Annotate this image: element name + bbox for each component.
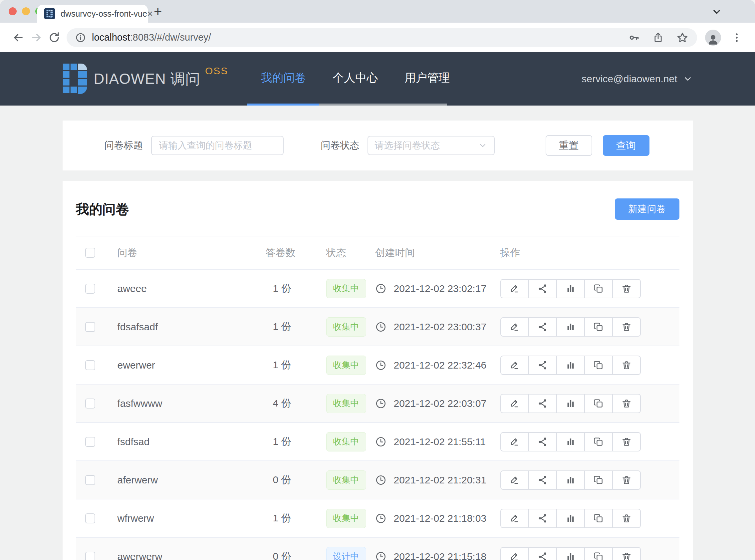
share-icon — [537, 475, 548, 485]
row-actions — [500, 279, 641, 298]
password-key-icon[interactable] — [629, 32, 640, 43]
row-checkbox[interactable] — [85, 399, 95, 408]
row-actions — [500, 356, 641, 375]
tab-search-chevron-icon[interactable] — [710, 5, 723, 18]
chevron-down-icon — [478, 141, 487, 150]
stats-button[interactable] — [556, 317, 585, 337]
nav-item-profile[interactable]: 个人中心 — [319, 52, 391, 105]
survey-status-select[interactable]: 请选择问卷状态 — [368, 136, 495, 155]
status-badge: 收集中 — [326, 509, 366, 528]
delete-button[interactable] — [612, 432, 641, 452]
forward-icon[interactable] — [27, 28, 45, 47]
edit-button[interactable] — [500, 471, 529, 490]
share-button[interactable] — [528, 509, 557, 528]
row-checkbox[interactable] — [85, 552, 95, 560]
stats-button[interactable] — [556, 509, 585, 528]
tab-close-icon[interactable]: × — [147, 9, 153, 19]
url-bar[interactable]: localhost:8083/#/dw/survey/ — [66, 28, 697, 47]
back-icon[interactable] — [9, 28, 27, 47]
share-button[interactable] — [528, 394, 557, 413]
row-checkbox[interactable] — [85, 475, 95, 485]
edit-button[interactable] — [500, 509, 529, 528]
share-button[interactable] — [528, 471, 557, 490]
edit-button[interactable] — [500, 394, 529, 413]
edit-button[interactable] — [500, 279, 529, 298]
edit-button[interactable] — [500, 547, 529, 560]
copy-button[interactable] — [584, 317, 613, 337]
copy-icon — [593, 513, 604, 524]
page-title: 我的问卷 — [76, 200, 129, 218]
answer-count: 1 份 — [266, 435, 322, 448]
search-button[interactable]: 查询 — [603, 135, 650, 156]
nav-item-user-management[interactable]: 用户管理 — [391, 52, 463, 105]
close-window-button[interactable] — [9, 7, 17, 15]
row-checkbox[interactable] — [85, 437, 95, 447]
brand-logo[interactable]: DIAOWEN 调问 OSS — [63, 52, 228, 105]
survey-title-input[interactable] — [151, 136, 284, 155]
chevron-down-icon — [683, 74, 693, 84]
nav-item-my-surveys[interactable]: 我的问卷 — [247, 52, 319, 105]
row-checkbox[interactable] — [85, 513, 95, 523]
row-actions — [500, 471, 641, 490]
share-page-icon[interactable] — [652, 32, 664, 43]
edit-button[interactable] — [500, 432, 529, 452]
reload-icon[interactable] — [45, 28, 63, 47]
copy-button[interactable] — [584, 356, 613, 375]
new-survey-button[interactable]: 新建问卷 — [615, 198, 679, 220]
browser-profile-avatar[interactable] — [705, 29, 721, 46]
brand-oss-badge: OSS — [205, 65, 228, 77]
delete-icon — [621, 475, 632, 485]
copy-button[interactable] — [584, 471, 613, 490]
row-checkbox[interactable] — [85, 322, 95, 332]
row-checkbox[interactable] — [85, 360, 95, 370]
browser-tab[interactable]: dwsurvey-oss-front-vue × — [37, 5, 148, 23]
new-tab-button[interactable]: + — [154, 5, 162, 19]
delete-button[interactable] — [612, 509, 641, 528]
stats-button[interactable] — [556, 432, 585, 452]
copy-button[interactable] — [584, 279, 613, 298]
copy-button[interactable] — [584, 432, 613, 452]
clock-icon — [375, 321, 387, 333]
delete-button[interactable] — [612, 317, 641, 337]
stats-button[interactable] — [556, 547, 585, 560]
table-row: ewerwer1 份收集中2021-12-02 22:32:46 — [76, 346, 679, 384]
copy-icon — [593, 322, 604, 332]
edit-button[interactable] — [500, 356, 529, 375]
delete-icon — [621, 513, 632, 524]
copy-button[interactable] — [584, 394, 613, 413]
select-all-checkbox[interactable] — [85, 248, 95, 258]
share-button[interactable] — [528, 356, 557, 375]
delete-button[interactable] — [612, 279, 641, 298]
account-menu[interactable]: service@diaowen.net — [581, 52, 692, 105]
delete-button[interactable] — [612, 394, 641, 413]
survey-name: fdsafsadf — [118, 321, 266, 333]
copy-button[interactable] — [584, 547, 613, 560]
table-body: aweee1 份收集中2021-12-02 23:02:17fdsafsadf1… — [76, 270, 679, 560]
share-button[interactable] — [528, 547, 557, 560]
bookmark-star-icon[interactable] — [676, 32, 689, 44]
stats-button[interactable] — [556, 394, 585, 413]
page-info-icon[interactable] — [75, 32, 86, 43]
delete-button[interactable] — [612, 471, 641, 490]
reset-button[interactable]: 重置 — [546, 135, 592, 156]
edit-button[interactable] — [500, 317, 529, 337]
share-button[interactable] — [528, 432, 557, 452]
stats-button[interactable] — [556, 279, 585, 298]
col-status: 状态 — [322, 246, 370, 260]
delete-button[interactable] — [612, 356, 641, 375]
stats-button[interactable] — [556, 471, 585, 490]
edit-icon — [509, 398, 520, 409]
stats-button[interactable] — [556, 356, 585, 375]
delete-button[interactable] — [612, 547, 641, 560]
copy-button[interactable] — [584, 509, 613, 528]
clock-icon — [375, 551, 387, 560]
copy-icon — [593, 475, 604, 485]
tab-title: dwsurvey-oss-front-vue — [61, 9, 147, 19]
minimize-window-button[interactable] — [22, 7, 30, 15]
account-email: service@diaowen.net — [581, 73, 677, 84]
row-checkbox[interactable] — [85, 284, 95, 294]
status-badge: 收集中 — [326, 279, 366, 298]
browser-menu-dots-icon[interactable] — [728, 28, 746, 47]
share-button[interactable] — [528, 317, 557, 337]
share-button[interactable] — [528, 279, 557, 298]
